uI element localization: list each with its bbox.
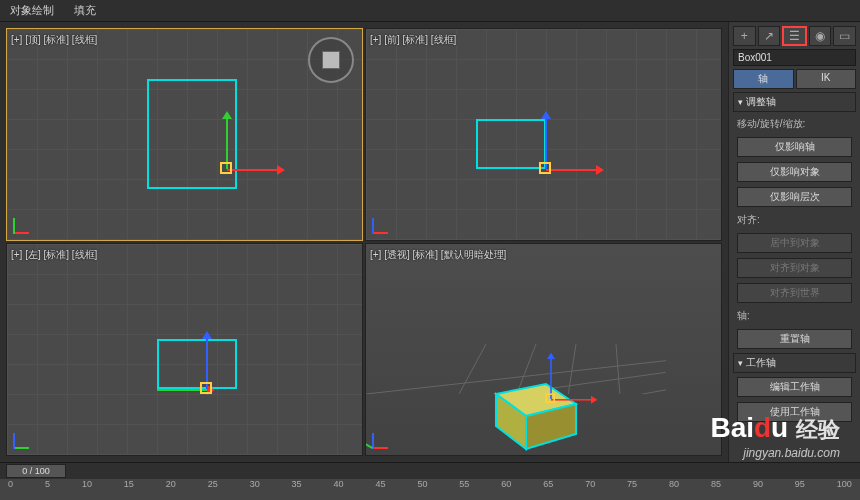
timeline-tick: 60 xyxy=(501,479,511,489)
pivot-tab-button[interactable]: 轴 xyxy=(733,69,794,89)
pivot-label: 轴: xyxy=(733,307,856,325)
viewcube-face[interactable] xyxy=(322,51,340,69)
object-name-field[interactable]: Box001 xyxy=(733,49,856,66)
axis-tripod xyxy=(13,425,37,449)
main-area: [+] [顶] [标准] [线框] [+] [前] [标准] [线框] xyxy=(0,22,860,462)
viewport-top-label[interactable]: [+] [顶] [标准] [线框] xyxy=(11,33,97,47)
gizmo-handle[interactable] xyxy=(220,162,232,174)
timeline-tick: 15 xyxy=(124,479,134,489)
gizmo-x-axis[interactable] xyxy=(227,169,277,171)
timeline: 0 / 100 05101520253035404550556065707580… xyxy=(0,462,860,500)
modify-tab-icon[interactable]: ↗ xyxy=(758,26,781,46)
move-gizmo[interactable] xyxy=(506,129,586,209)
gizmo-handle[interactable] xyxy=(200,382,212,394)
timeline-tick: 45 xyxy=(375,479,385,489)
viewport-front[interactable]: [+] [前] [标准] [线框] xyxy=(365,28,722,241)
reset-pivot-button[interactable]: 重置轴 xyxy=(737,329,852,349)
move-rotate-scale-label: 移动/旋转/缩放: xyxy=(733,115,856,133)
axis-tripod xyxy=(372,425,396,449)
viewport-left-label[interactable]: [+] [左] [标准] [线框] xyxy=(11,248,97,262)
timeline-tick: 35 xyxy=(292,479,302,489)
align-to-object-button[interactable]: 对齐到对象 xyxy=(737,258,852,278)
timeline-tick: 85 xyxy=(711,479,721,489)
viewport-left[interactable]: [+] [左] [标准] [线框] xyxy=(6,243,363,456)
axis-tripod xyxy=(372,210,396,234)
time-slider-thumb[interactable]: 0 / 100 xyxy=(6,464,66,478)
viewcube[interactable] xyxy=(308,37,354,83)
working-pivot-rollout[interactable]: 工作轴 xyxy=(733,353,856,373)
menu-object-paint[interactable]: 对象绘制 xyxy=(10,3,54,18)
center-to-object-button[interactable]: 居中到对象 xyxy=(737,233,852,253)
timeline-tick: 0 xyxy=(8,479,13,489)
timeline-tick: 90 xyxy=(753,479,763,489)
timeline-tick: 25 xyxy=(208,479,218,489)
affect-object-only-button[interactable]: 仅影响对象 xyxy=(737,162,852,182)
motion-tab-icon[interactable]: ◉ xyxy=(809,26,832,46)
timeline-tick: 75 xyxy=(627,479,637,489)
timeline-tick: 95 xyxy=(795,479,805,489)
timeline-tick: 5 xyxy=(45,479,50,489)
timeline-tick: 50 xyxy=(417,479,427,489)
timeline-tick: 40 xyxy=(334,479,344,489)
timeline-tick: 30 xyxy=(250,479,260,489)
command-panel: + ↗ ☰ ◉ ▭ Box001 轴 IK 调整轴 移动/旋转/缩放: 仅影响轴… xyxy=(728,22,860,462)
timeline-tick: 80 xyxy=(669,479,679,489)
svg-line-7 xyxy=(616,344,626,394)
timeline-tick: 55 xyxy=(459,479,469,489)
align-to-world-button[interactable]: 对齐到世界 xyxy=(737,283,852,303)
hierarchy-tab-icon[interactable]: ☰ xyxy=(782,26,807,46)
create-tab-icon[interactable]: + xyxy=(733,26,756,46)
timeline-tick: 100 xyxy=(837,479,852,489)
command-panel-tabs: + ↗ ☰ ◉ ▭ xyxy=(733,26,856,46)
move-gizmo[interactable] xyxy=(167,349,247,429)
align-label: 对齐: xyxy=(733,211,856,229)
gizmo-handle[interactable] xyxy=(545,393,555,403)
viewport-front-label[interactable]: [+] [前] [标准] [线框] xyxy=(370,33,456,47)
timeline-tick: 70 xyxy=(585,479,595,489)
gizmo-handle[interactable] xyxy=(539,162,551,174)
viewport-perspective[interactable]: [+] [透视] [标准] [默认明暗处理] xyxy=(365,243,722,456)
watermark-url: jingyan.baidu.com xyxy=(743,446,840,460)
timeline-ruler[interactable]: 0510152025303540455055606570758085909510… xyxy=(0,479,860,500)
gizmo-x-axis[interactable] xyxy=(546,169,596,171)
top-toolbar: 对象绘制 填充 xyxy=(0,0,860,22)
watermark-logo: Baidu Baidu 经验经验 xyxy=(710,412,840,445)
menu-fill[interactable]: 填充 xyxy=(74,3,96,18)
time-slider-track[interactable]: 0 / 100 xyxy=(0,463,860,479)
affect-hierarchy-only-button[interactable]: 仅影响层次 xyxy=(737,187,852,207)
timeline-tick: 65 xyxy=(543,479,553,489)
timeline-tick: 10 xyxy=(82,479,92,489)
affect-pivot-only-button[interactable]: 仅影响轴 xyxy=(737,137,852,157)
timeline-tick: 20 xyxy=(166,479,176,489)
viewport-persp-label[interactable]: [+] [透视] [标准] [默认明暗处理] xyxy=(370,248,506,262)
axis-tripod xyxy=(13,210,37,234)
viewport-top[interactable]: [+] [顶] [标准] [线框] xyxy=(6,28,363,241)
move-gizmo[interactable] xyxy=(187,129,267,209)
gizmo-x-axis[interactable] xyxy=(551,399,591,401)
ik-tab-button[interactable]: IK xyxy=(796,69,857,89)
adjust-pivot-rollout[interactable]: 调整轴 xyxy=(733,92,856,112)
edit-working-pivot-button[interactable]: 编辑工作轴 xyxy=(737,377,852,397)
move-gizmo[interactable] xyxy=(519,367,583,431)
viewport-grid: [+] [顶] [标准] [线框] [+] [前] [标准] [线框] xyxy=(0,22,728,462)
display-tab-icon[interactable]: ▭ xyxy=(833,26,856,46)
